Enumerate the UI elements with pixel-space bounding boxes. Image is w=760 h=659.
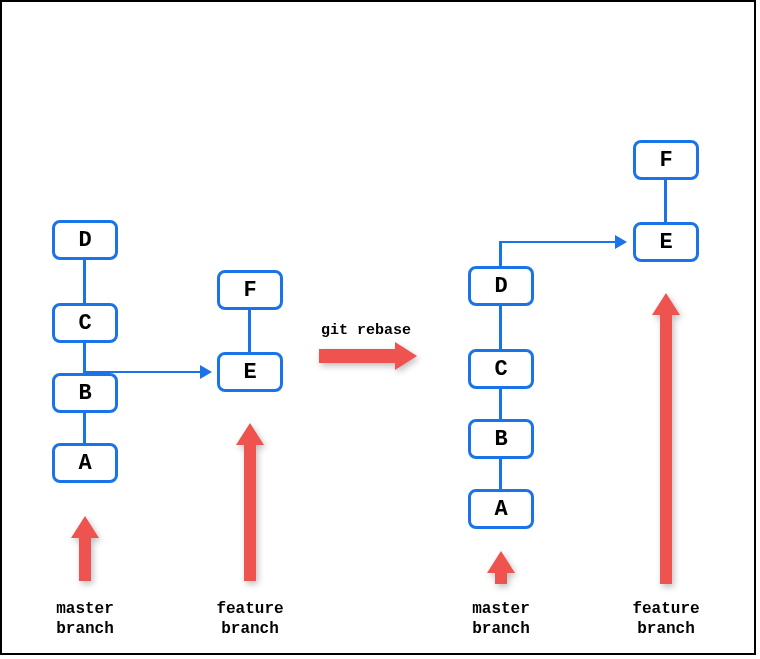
diagram-frame: A B C D E F masterbranch featurebranch g… [0, 0, 756, 655]
branch-label-master: masterbranch [35, 599, 135, 639]
commit-label: B [494, 427, 507, 452]
branch-connector [499, 241, 502, 266]
connector [499, 306, 502, 349]
commit-after-master-B: B [468, 419, 534, 459]
commit-before-master-A: A [52, 443, 118, 483]
commit-label: E [659, 230, 672, 255]
commit-before-feature-E: E [217, 352, 283, 392]
connector [83, 343, 86, 373]
branch-label-master: masterbranch [451, 599, 551, 639]
commit-label: B [78, 381, 91, 406]
arrow-head-icon [200, 365, 212, 379]
commit-label: C [78, 311, 91, 336]
connector [83, 260, 86, 303]
commit-after-master-D: D [468, 266, 534, 306]
connector [499, 459, 502, 489]
connector [664, 180, 667, 222]
connector [499, 389, 502, 419]
connector [83, 413, 86, 443]
commit-label: A [78, 451, 91, 476]
branch-label-feature: featurebranch [616, 599, 716, 639]
commit-before-feature-F: F [217, 270, 283, 310]
commit-label: A [494, 497, 507, 522]
branch-connector [86, 371, 200, 373]
branch-label-feature: featurebranch [200, 599, 300, 639]
commit-label: D [494, 274, 507, 299]
command-label: git rebase [321, 322, 411, 339]
connector [248, 310, 251, 352]
commit-before-master-D: D [52, 220, 118, 260]
commit-after-feature-E: E [633, 222, 699, 262]
commit-after-master-A: A [468, 489, 534, 529]
commit-after-feature-F: F [633, 140, 699, 180]
commit-before-master-B: B [52, 373, 118, 413]
commit-label: F [659, 148, 672, 173]
commit-label: C [494, 357, 507, 382]
arrow-head-icon [615, 235, 627, 249]
branch-connector [499, 241, 615, 243]
commit-label: F [243, 278, 256, 303]
commit-label: D [78, 228, 91, 253]
commit-label: E [243, 360, 256, 385]
commit-before-master-C: C [52, 303, 118, 343]
commit-after-master-C: C [468, 349, 534, 389]
